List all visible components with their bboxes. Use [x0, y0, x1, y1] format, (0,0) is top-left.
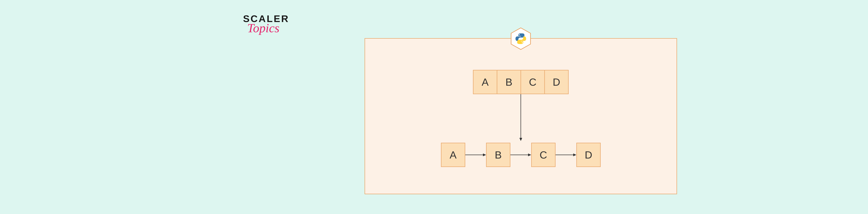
array-cell: D — [545, 70, 569, 94]
language-badge — [509, 27, 532, 50]
diagram-frame: A B C D A B C — [365, 38, 677, 194]
link-arrow-icon — [465, 154, 486, 155]
array-cell: B — [497, 70, 521, 94]
svg-marker-10 — [573, 153, 576, 156]
svg-marker-6 — [483, 153, 486, 156]
array-structure: A B C D — [473, 70, 569, 94]
array-cell: C — [521, 70, 545, 94]
list-node: B — [486, 143, 510, 167]
list-node: A — [441, 143, 465, 167]
link-arrow-icon — [556, 154, 576, 155]
list-node: D — [576, 143, 601, 167]
list-node: C — [531, 143, 556, 167]
brand-logo: SCALER Topics — [243, 14, 312, 34]
svg-marker-4 — [519, 138, 522, 141]
svg-point-2 — [522, 42, 523, 43]
logo-topics-text: Topics — [247, 23, 312, 34]
linked-list-structure: A B C D — [441, 143, 601, 167]
transform-arrow-down — [521, 94, 521, 141]
array-cell: A — [473, 70, 497, 94]
python-icon — [515, 33, 527, 45]
svg-marker-8 — [528, 153, 531, 156]
svg-point-1 — [519, 34, 520, 35]
link-arrow-icon — [510, 154, 531, 155]
